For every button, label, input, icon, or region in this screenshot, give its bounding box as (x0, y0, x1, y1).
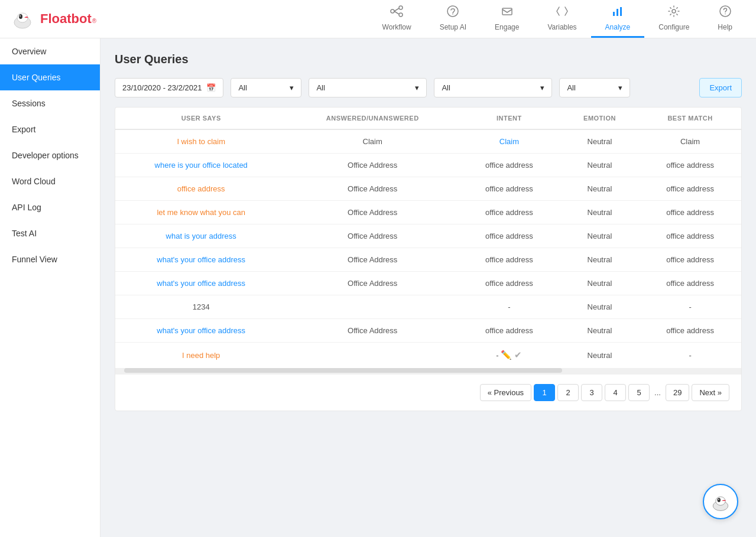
date-picker[interactable]: 23/10/2020 - 23/2/2021 📅 (115, 78, 223, 97)
watermark-icon (709, 490, 732, 513)
filter-dropdown-4[interactable]: All ▾ (559, 78, 630, 97)
nav-analyze[interactable]: Analyze (591, 0, 645, 38)
user-queries-table: USER SAYS ANSWERED/UNANSWERED INTENT EMO… (115, 108, 741, 367)
prev-button[interactable]: « Previous (480, 384, 531, 401)
user-says-cell[interactable]: I need help (115, 343, 287, 368)
table-row: what's your office address Office Addres… (115, 272, 741, 295)
intent-cell: - (458, 295, 560, 319)
sidebar-item-developer-options[interactable]: Developer options (0, 142, 100, 168)
filter4-value: All (567, 83, 575, 92)
answered-cell: Office Address (287, 201, 458, 224)
user-says-cell[interactable]: what is your address (115, 224, 287, 248)
svg-line-8 (394, 11, 399, 14)
page-5-button[interactable]: 5 (628, 384, 650, 401)
workflow-icon (390, 5, 403, 21)
user-says-cell[interactable]: what's your office address (115, 272, 287, 295)
user-says-cell[interactable]: what's your office address (115, 319, 287, 343)
page-title: User Queries (115, 53, 742, 66)
answered-cell: Claim (287, 129, 458, 154)
filter2-value: All (316, 83, 325, 92)
best-match-cell: Claim (639, 129, 741, 154)
svg-rect-10 (502, 8, 512, 15)
page-4-button[interactable]: 4 (605, 384, 626, 401)
export-button[interactable]: Export (699, 78, 742, 97)
nav-help[interactable]: Help (703, 0, 747, 38)
sidebar-item-api-log[interactable]: API Log (0, 194, 100, 220)
emotion-cell: Neutral (560, 177, 639, 201)
scroll-indicator[interactable] (115, 368, 741, 374)
filter-dropdown-2[interactable]: All ▾ (309, 78, 427, 97)
user-says-cell[interactable]: 1234 (115, 295, 287, 319)
logo-icon (9, 6, 35, 32)
col-emotion: EMOTION (560, 108, 639, 129)
emotion-cell: Neutral (560, 295, 639, 319)
user-says-cell[interactable]: what's your office address (115, 248, 287, 272)
sidebar-item-test-ai[interactable]: Test AI (0, 220, 100, 246)
user-says-cell[interactable]: office address (115, 177, 287, 201)
intent-cell: office address (458, 272, 560, 295)
intent-cell: office address (458, 224, 560, 248)
col-answered: ANSWERED/UNANSWERED (287, 108, 458, 129)
intent-cell: Claim (458, 129, 560, 154)
answered-cell: Office Address (287, 224, 458, 248)
sidebar-item-word-cloud[interactable]: Word Cloud (0, 168, 100, 194)
answered-cell (287, 295, 458, 319)
filter-dropdown-3[interactable]: All ▾ (434, 78, 552, 97)
best-match-cell: office address (639, 319, 741, 343)
next-button[interactable]: Next » (692, 384, 729, 401)
nav-engage[interactable]: Engage (481, 0, 533, 38)
best-match-cell: office address (639, 248, 741, 272)
nav-setup-ai[interactable]: Setup AI (426, 0, 481, 38)
best-match-cell: - (639, 295, 741, 319)
nav-variables[interactable]: Variables (533, 0, 590, 38)
answered-cell: Office Address (287, 154, 458, 177)
user-says-cell[interactable]: let me know what you can (115, 201, 287, 224)
table-header-row: USER SAYS ANSWERED/UNANSWERED INTENT EMO… (115, 108, 741, 129)
chevron-down-icon-3: ▾ (540, 83, 544, 92)
svg-point-2 (19, 14, 22, 19)
emotion-cell: Neutral (560, 154, 639, 177)
layout: Overview User Queries Sessions Export De… (0, 38, 756, 537)
sidebar-item-funnel-view[interactable]: Funnel View (0, 246, 100, 272)
answered-cell: Office Address (287, 248, 458, 272)
emotion-cell: Neutral (560, 248, 639, 272)
date-range-value: 23/10/2020 - 23/2/2021 (122, 83, 202, 92)
intent-cell: - ✏️ ✔ (458, 343, 560, 368)
emotion-cell: Neutral (560, 224, 639, 248)
svg-rect-12 (617, 9, 618, 16)
user-says-cell[interactable]: where is your office located (115, 154, 287, 177)
logo[interactable]: Floatbot ® (9, 6, 110, 32)
intent-cell: office address (458, 248, 560, 272)
answered-cell: Office Address (287, 319, 458, 343)
floatbot-watermark[interactable] (703, 484, 738, 519)
scroll-track (124, 368, 562, 373)
page-last-button[interactable]: 29 (666, 384, 689, 401)
page-3-button[interactable]: 3 (581, 384, 602, 401)
emotion-cell: Neutral (560, 319, 639, 343)
page-2-button[interactable]: 2 (557, 384, 579, 401)
svg-point-5 (399, 6, 403, 9)
sidebar-item-user-queries[interactable]: User Queries (0, 64, 100, 90)
sidebar-item-overview[interactable]: Overview (0, 38, 100, 64)
col-user-says: USER SAYS (115, 108, 287, 129)
table-row: I need help - ✏️ ✔ Neutral - (115, 343, 741, 368)
sidebar-item-sessions[interactable]: Sessions (0, 90, 100, 116)
variables-icon (556, 5, 569, 21)
page-1-button[interactable]: 1 (534, 384, 555, 401)
sidebar-item-export[interactable]: Export (0, 116, 100, 142)
nav-configure[interactable]: Configure (644, 0, 703, 38)
svg-point-3 (20, 15, 21, 17)
emotion-cell: Neutral (560, 201, 639, 224)
table-row: what's your office address Office Addres… (115, 248, 741, 272)
nav-workflow[interactable]: Workflow (368, 0, 426, 38)
svg-rect-13 (620, 7, 622, 16)
table-row: 1234 - Neutral - (115, 295, 741, 319)
intent-cell: office address (458, 177, 560, 201)
user-says-cell[interactable]: I wish to claim (115, 129, 287, 154)
action-icons[interactable]: ✏️ ✔ (501, 350, 522, 360)
table-row: where is your office located Office Addr… (115, 154, 741, 177)
filter-dropdown-1[interactable]: All ▾ (231, 78, 301, 97)
table-row: what is your address Office Address offi… (115, 224, 741, 248)
best-match-cell: office address (639, 201, 741, 224)
svg-point-6 (399, 13, 403, 17)
